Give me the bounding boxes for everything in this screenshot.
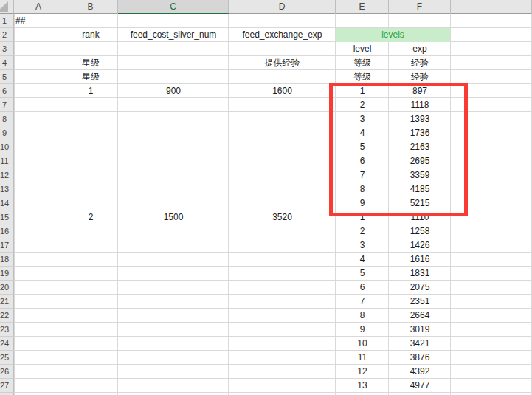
row-header-27[interactable]: 27: [0, 379, 14, 393]
column-header-label: C: [170, 1, 176, 12]
column-header-B[interactable]: B: [63, 0, 118, 14]
row-header-15[interactable]: 15: [0, 210, 14, 224]
cell-B4[interactable]: 星级: [63, 56, 118, 70]
cell-E24[interactable]: 10: [336, 337, 389, 351]
cell-F12[interactable]: 3359: [389, 168, 451, 182]
row-header-3[interactable]: 3: [0, 42, 14, 56]
row-header-10[interactable]: 10: [0, 140, 14, 154]
cell-E15[interactable]: 1: [336, 210, 389, 224]
column-header-E[interactable]: E: [336, 0, 389, 14]
cell-F13[interactable]: 4185: [389, 182, 451, 196]
cell-F27[interactable]: 4977: [389, 379, 451, 393]
row-header-1[interactable]: 1: [0, 14, 14, 28]
cell-F21[interactable]: 2351: [389, 295, 451, 309]
row-header-20[interactable]: 20: [0, 281, 14, 295]
cell-F25[interactable]: 3876: [389, 351, 451, 365]
row-header-25[interactable]: 25: [0, 351, 14, 365]
cell-E2:F2[interactable]: levels: [336, 28, 450, 42]
cell-E13[interactable]: 8: [336, 182, 389, 196]
cell-A1[interactable]: ##: [14, 14, 63, 28]
cell-C6[interactable]: 900: [118, 84, 229, 98]
cell-E7[interactable]: 2: [336, 98, 389, 112]
cell-F17[interactable]: 1426: [389, 238, 451, 253]
cell-F4[interactable]: 经验: [389, 56, 451, 70]
cell-F6[interactable]: 897: [389, 84, 451, 98]
cell-E16[interactable]: 2: [336, 224, 389, 238]
cell-E14[interactable]: 9: [336, 196, 389, 210]
cell-F23[interactable]: 3019: [389, 323, 451, 337]
cell-F8[interactable]: 1393: [389, 112, 451, 126]
cell-E17[interactable]: 3: [336, 238, 389, 253]
row-header-24[interactable]: 24: [0, 337, 14, 351]
cell-E9[interactable]: 4: [336, 126, 389, 140]
cell-B5[interactable]: 星级: [63, 70, 118, 84]
row-header-4[interactable]: 4: [0, 56, 14, 70]
cell-E11[interactable]: 6: [336, 154, 389, 168]
row-header-19[interactable]: 19: [0, 267, 14, 281]
row-header-13[interactable]: 13: [0, 182, 14, 196]
row-header-21[interactable]: 21: [0, 295, 14, 309]
cell-D15[interactable]: 3520: [229, 210, 336, 224]
cell-E22[interactable]: 8: [336, 309, 389, 323]
row-header-5[interactable]: 5: [0, 70, 14, 84]
cell-E3[interactable]: level: [336, 42, 389, 56]
cell-C2[interactable]: feed_cost_silver_num: [118, 28, 229, 42]
cell-E12[interactable]: 7: [336, 168, 389, 182]
row-header-18[interactable]: 18: [0, 253, 14, 267]
cell-E4[interactable]: 等级: [336, 56, 389, 70]
column-header-offscreen[interactable]: [451, 0, 532, 14]
row-header-16[interactable]: 16: [0, 224, 14, 238]
row-header-22[interactable]: 22: [0, 309, 14, 323]
cell-D2[interactable]: feed_exchange_exp: [229, 28, 336, 42]
column-header-A[interactable]: A: [14, 0, 63, 14]
cell-E25[interactable]: 11: [336, 351, 389, 365]
cell-F5[interactable]: 经验: [389, 70, 451, 84]
cell-E19[interactable]: 5: [336, 267, 389, 281]
column-header-F[interactable]: F: [389, 0, 451, 14]
cell-F18[interactable]: 1616: [389, 253, 451, 267]
row-header-23[interactable]: 23: [0, 323, 14, 337]
row-header-12[interactable]: 12: [0, 168, 14, 182]
select-all-corner[interactable]: [0, 0, 14, 14]
cell-E21[interactable]: 7: [336, 295, 389, 309]
cell-B2[interactable]: rank: [63, 28, 118, 42]
row-header-8[interactable]: 8: [0, 112, 14, 126]
row-header-2[interactable]: 2: [0, 28, 14, 42]
cell-F15[interactable]: 1110: [389, 210, 451, 224]
row-header-9[interactable]: 9: [0, 126, 14, 140]
cell-D6[interactable]: 1600: [229, 84, 336, 98]
column-header-C[interactable]: C: [118, 0, 229, 14]
row-header-11[interactable]: 11: [0, 154, 14, 168]
cell-F3[interactable]: exp: [389, 42, 451, 56]
cell-F9[interactable]: 1736: [389, 126, 451, 140]
row-header-26[interactable]: 26: [0, 365, 14, 379]
cell-F7[interactable]: 1118: [389, 98, 451, 112]
cell-F26[interactable]: 4392: [389, 365, 451, 379]
cell-F11[interactable]: 2695: [389, 154, 451, 168]
row-header-17[interactable]: 17: [0, 238, 14, 253]
cell-E20[interactable]: 6: [336, 281, 389, 295]
cell-E23[interactable]: 9: [336, 323, 389, 337]
cell-B15[interactable]: 2: [63, 210, 118, 224]
cell-F19[interactable]: 1831: [389, 267, 451, 281]
cell-F20[interactable]: 2075: [389, 281, 451, 295]
cell-C15[interactable]: 1500: [118, 210, 229, 224]
cell-E5[interactable]: 等级: [336, 70, 389, 84]
row-header-6[interactable]: 6: [0, 84, 14, 98]
cell-F14[interactable]: 5215: [389, 196, 451, 210]
cell-E18[interactable]: 4: [336, 253, 389, 267]
cell-E26[interactable]: 12: [336, 365, 389, 379]
cell-F10[interactable]: 2163: [389, 140, 451, 154]
cell-B6[interactable]: 1: [63, 84, 118, 98]
cell-F16[interactable]: 1258: [389, 224, 451, 238]
cell-E27[interactable]: 13: [336, 379, 389, 393]
cell-E8[interactable]: 3: [336, 112, 389, 126]
cell-F22[interactable]: 2664: [389, 309, 451, 323]
cell-F24[interactable]: 3421: [389, 337, 451, 351]
cell-E6[interactable]: 1: [336, 84, 389, 98]
column-header-D[interactable]: D: [229, 0, 336, 14]
cell-E10[interactable]: 5: [336, 140, 389, 154]
row-header-7[interactable]: 7: [0, 98, 14, 112]
cell-D4[interactable]: 提供经验: [229, 56, 336, 70]
row-header-14[interactable]: 14: [0, 196, 14, 210]
